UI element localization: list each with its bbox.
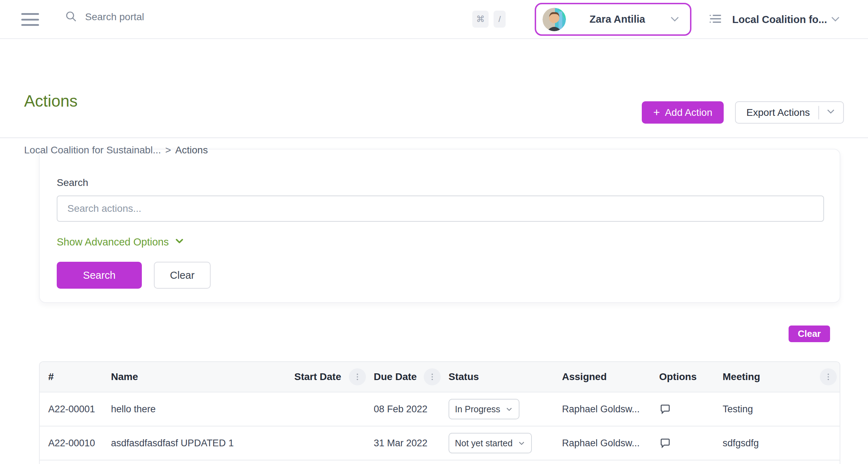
- cell-meeting: sdfgsdfg: [723, 438, 820, 449]
- breadcrumb-parent[interactable]: Local Coalition for Sustainabl...: [24, 145, 161, 156]
- cmd-key: ⌘: [472, 11, 489, 28]
- search-panel: Search Show Advanced Options Search Clea…: [39, 149, 840, 303]
- status-dropdown[interactable]: Not yet started: [449, 433, 532, 453]
- table-row[interactable]: A22-00001 hello there 08 Feb 2022 In Pro…: [40, 392, 840, 426]
- keyboard-shortcut-hint: ⌘ /: [472, 11, 506, 28]
- chevron-down-icon: [829, 13, 841, 26]
- avatar: [542, 8, 566, 31]
- search-label: Search: [57, 177, 823, 188]
- column-header-start-date[interactable]: Start Date: [294, 368, 374, 385]
- cell-assigned: Raphael Goldsw...: [562, 404, 659, 415]
- chevron-down-icon: [518, 439, 525, 447]
- chevron-down-icon: [505, 405, 513, 413]
- cell-name: hello there: [111, 404, 294, 415]
- column-header-number[interactable]: #: [48, 371, 111, 383]
- list-toolbar: Clear: [39, 326, 830, 342]
- header-buttons: + Add Action Export Actions: [642, 101, 844, 124]
- table-menu-icon[interactable]: [820, 368, 837, 385]
- organization-switcher[interactable]: Local Coalition fo...: [707, 0, 841, 39]
- search-icon: [65, 10, 77, 24]
- column-menu-icon[interactable]: [424, 368, 441, 385]
- column-header-name[interactable]: Name: [111, 371, 294, 383]
- top-bar: ⌘ / Zara Antilia: [0, 0, 868, 39]
- column-header-due-date[interactable]: Due Date: [374, 368, 449, 385]
- chevron-down-icon[interactable]: [825, 106, 836, 119]
- cell-due-date: 08 Feb 2022: [374, 404, 449, 415]
- column-header-assigned[interactable]: Assigned: [562, 371, 659, 383]
- breadcrumb-current: Actions: [175, 145, 208, 156]
- actions-search-input[interactable]: [57, 196, 824, 222]
- search-button[interactable]: Search: [57, 262, 142, 289]
- table-row[interactable]: A22-00010 asdfasdfasdfasf UPDATED 1 31 M…: [40, 426, 840, 460]
- column-header-meeting[interactable]: Meeting: [723, 371, 820, 383]
- clear-button[interactable]: Clear: [154, 262, 211, 289]
- table-header-row: # Name Start Date Due Date Status Assign…: [40, 362, 840, 392]
- column-header-options[interactable]: Options: [659, 371, 723, 383]
- divider: [818, 106, 819, 119]
- status-dropdown[interactable]: In Progress: [449, 399, 519, 419]
- cell-due-date: 31 Mar 2022: [374, 438, 449, 449]
- plus-icon: +: [653, 106, 660, 119]
- user-name: Zara Antilia: [566, 13, 669, 25]
- cell-name: asdfasdfasdfasf UPDATED 1: [111, 438, 294, 449]
- hamburger-menu-icon[interactable]: [21, 12, 39, 27]
- page-title: Actions: [24, 91, 78, 111]
- list-icon: [707, 11, 724, 28]
- slash-key: /: [494, 11, 506, 28]
- export-actions-button[interactable]: Export Actions: [735, 101, 844, 124]
- column-header-status[interactable]: Status: [449, 371, 562, 383]
- page-header: Actions + Add Action Export Actions Loca…: [0, 39, 868, 138]
- comment-icon[interactable]: [659, 437, 671, 449]
- comment-icon[interactable]: [659, 403, 671, 415]
- user-menu[interactable]: Zara Antilia: [535, 3, 691, 36]
- cell-meeting: Testing: [723, 404, 820, 415]
- chevron-down-icon: [669, 13, 681, 26]
- breadcrumb: Local Coalition for Sustainabl... > Acti…: [24, 145, 208, 156]
- chevron-down-icon: [174, 236, 184, 248]
- table-row-partial: [40, 460, 840, 464]
- breadcrumb-separator: >: [165, 145, 171, 156]
- portal-search-input[interactable]: [85, 11, 333, 23]
- actions-table: # Name Start Date Due Date Status Assign…: [39, 361, 840, 464]
- cell-id: A22-00001: [48, 404, 111, 415]
- cell-id: A22-00010: [48, 438, 111, 449]
- column-menu-icon[interactable]: [349, 368, 366, 385]
- show-advanced-options-link[interactable]: Show Advanced Options: [57, 236, 184, 248]
- cell-assigned: Raphael Goldsw...: [562, 438, 659, 449]
- clear-filters-button[interactable]: Clear: [789, 326, 830, 342]
- organization-name: Local Coalition fo...: [732, 14, 821, 26]
- add-action-button[interactable]: + Add Action: [642, 101, 724, 124]
- portal-search: [65, 10, 333, 24]
